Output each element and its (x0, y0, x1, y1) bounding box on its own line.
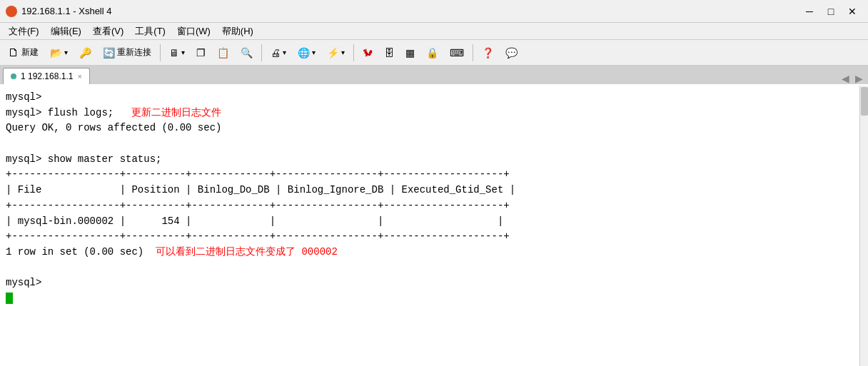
terminal-area[interactable]: mysql>mysql> flush logs; 更新二进制日志文件Query … (0, 86, 868, 366)
tab-label: 1 192.168.1.1 (21, 71, 73, 81)
maximize-button[interactable]: □ (821, 4, 841, 19)
menubar: 文件(F) 编辑(E) 查看(V) 工具(T) 窗口(W) 帮助(H) (0, 23, 868, 40)
copy-icon (196, 47, 206, 59)
titlebar: 192.168.1.1 - Xshell 4 ─ □ ✕ (0, 0, 868, 23)
separator-2 (261, 44, 262, 61)
lightning-icon (327, 47, 339, 59)
window-controls[interactable]: ─ □ ✕ (799, 4, 862, 19)
menu-tools[interactable]: 工具(T) (129, 24, 171, 39)
globe-button[interactable]: ▾ (293, 45, 321, 61)
line-2-prefix: mysql> flush logs; (6, 107, 113, 118)
toolbar: 新建 ▾ 🔑 重新连接 🖥 ▾ ▾ ▾ ▾ 🐿 🗄 (0, 40, 868, 66)
squirrel-icon: 🐿 (363, 47, 373, 59)
close-button[interactable]: ✕ (842, 4, 862, 19)
terminal-cursor (6, 293, 13, 304)
sftp-button[interactable]: 🔑 (74, 45, 96, 61)
terminal-button[interactable]: 🖥 ▾ (164, 45, 190, 61)
menu-help[interactable]: 帮助(H) (216, 24, 259, 39)
chat-icon (505, 47, 518, 59)
line-3: Query OK, 0 rows affected (0.00 sec) (6, 121, 862, 136)
tab-session[interactable]: 1 192.168.1.1 × (3, 68, 90, 84)
print-icon (271, 47, 281, 59)
line-prompt: mysql> (6, 275, 862, 291)
app-icon (6, 6, 17, 17)
tab-close-button[interactable]: × (77, 72, 81, 81)
paste-icon (217, 47, 229, 59)
tab-next-arrow[interactable]: ▶ (853, 73, 865, 84)
line-result-prefix: 1 row in set (0.00 sec) (6, 246, 143, 258)
dropdown-icon5: ▾ (341, 49, 345, 56)
tabbar: 1 192.168.1.1 × ◀ ▶ (0, 66, 868, 86)
new-label: 新建 (21, 46, 39, 59)
grid-button[interactable]: ▦ (400, 45, 420, 61)
line-2-annotation: 更新二进制日志文件 (113, 107, 221, 118)
globe-icon (298, 47, 310, 59)
open-folder-button[interactable]: ▾ (45, 45, 73, 61)
table-border-2: +------------------+----------+---------… (6, 198, 862, 214)
menu-edit[interactable]: 编辑(E) (45, 24, 87, 39)
help-icon (482, 47, 494, 59)
kbd-icon (450, 47, 464, 59)
new-icon (8, 46, 19, 59)
table-data: | mysql-bin.000002 | 154 | | | | (6, 214, 862, 230)
lightning-button[interactable]: ▾ (322, 45, 350, 61)
chat-button[interactable] (500, 45, 523, 61)
menu-view[interactable]: 查看(V) (87, 24, 129, 39)
tab-prev-arrow[interactable]: ◀ (839, 73, 852, 84)
sftp-icon: 🔑 (79, 47, 91, 59)
dropdown-icon: ▾ (64, 49, 68, 56)
separator-4 (473, 44, 473, 61)
lock-button[interactable] (421, 45, 443, 61)
line-4 (6, 138, 11, 149)
tab-status-dot (11, 73, 16, 79)
menu-window[interactable]: 窗口(W) (171, 24, 216, 39)
folder-icon (50, 47, 62, 59)
line-result-annotation: 可以看到二进制日志文件变成了 000002 (143, 246, 338, 258)
grid-icon: ▦ (405, 47, 415, 59)
table-header: | File | Position | Binlog_Do_DB | Binlo… (6, 183, 862, 198)
reconnect-button[interactable]: 重新连接 (98, 44, 156, 61)
line-5: mysql> show master status; (6, 152, 862, 168)
paste-button[interactable] (212, 45, 234, 61)
dropdown-icon4: ▾ (312, 49, 316, 56)
db-icon: 🗄 (384, 47, 394, 59)
line-1: mysql> (6, 90, 862, 106)
dropdown-icon2: ▾ (181, 49, 185, 56)
reconnect-label: 重新连接 (117, 46, 151, 59)
find-icon (241, 47, 253, 59)
lock-icon (426, 47, 438, 59)
window-title: 192.168.1.1 - Xshell 4 (21, 6, 111, 16)
squirrel-button[interactable]: 🐿 (358, 45, 378, 61)
menu-file[interactable]: 文件(F) (3, 24, 45, 39)
separator-3 (353, 44, 354, 61)
print-button[interactable]: ▾ (266, 45, 291, 61)
reconnect-icon (103, 47, 115, 59)
new-button[interactable]: 新建 (3, 44, 44, 61)
scrollbar-thumb[interactable] (861, 87, 868, 116)
copy-button[interactable] (191, 45, 211, 61)
terminal-content: mysql>mysql> flush logs; 更新二进制日志文件Query … (6, 90, 862, 307)
db-button[interactable]: 🗄 (379, 45, 399, 61)
separator-1 (160, 44, 161, 61)
table-border-1: +------------------+----------+---------… (6, 167, 862, 183)
find-button[interactable] (236, 45, 258, 61)
terminal-icon: 🖥 (169, 47, 179, 59)
scrollbar-vertical[interactable] (859, 86, 868, 366)
table-border-3: +------------------+----------+---------… (6, 229, 862, 245)
tab-navigation: ◀ ▶ (839, 73, 865, 84)
titlebar-left: 192.168.1.1 - Xshell 4 (6, 6, 111, 17)
minimize-button[interactable]: ─ (799, 4, 819, 19)
line-empty (6, 260, 862, 276)
help-button[interactable] (477, 45, 499, 61)
dropdown-icon3: ▾ (283, 49, 286, 56)
kbd-button[interactable] (445, 45, 469, 61)
